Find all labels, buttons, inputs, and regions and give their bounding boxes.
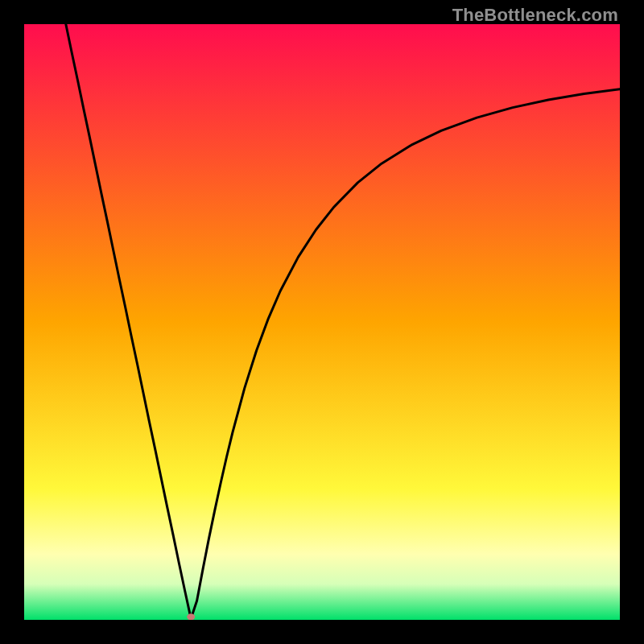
optimal-marker — [187, 613, 195, 620]
chart-background — [24, 24, 620, 620]
chart-svg — [24, 24, 620, 620]
watermark-text: TheBottleneck.com — [452, 5, 618, 26]
chart-frame — [24, 24, 620, 620]
